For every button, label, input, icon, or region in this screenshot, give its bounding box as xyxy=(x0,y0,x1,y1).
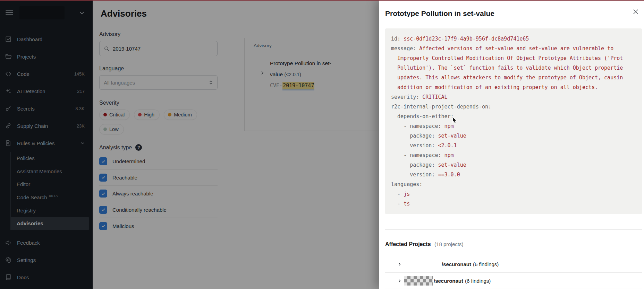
code-line: depends-on-either: xyxy=(391,112,638,121)
app-root: Dashboard Projects Code 145K AI Detectio… xyxy=(0,0,644,289)
code-line: message: Affected versions of set-value … xyxy=(391,44,638,53)
affected-projects-count: (18 projects) xyxy=(434,241,463,247)
code-line: severity: CRITICAL xyxy=(391,92,638,102)
advisory-detail-drawer: Prototype Pollution in set-value id: ssc… xyxy=(379,0,644,289)
row-chevron-right-icon[interactable] xyxy=(397,279,402,283)
mouse-cursor xyxy=(452,117,459,124)
code-line: languages: xyxy=(391,179,638,189)
code-line: - ts xyxy=(391,199,638,209)
project-findings-count: (6 findings) xyxy=(473,261,499,267)
code-line: Improperly Controlled Modification Of Ob… xyxy=(391,53,638,63)
affected-projects-list: /securonaut (6 findings) /securonaut (6 … xyxy=(385,256,642,289)
pixelated-org-name xyxy=(404,276,433,286)
affected-project-row[interactable]: /securonaut (6 findings) xyxy=(385,256,642,272)
project-path: /securonaut xyxy=(442,261,471,267)
code-line: - namespace: npm xyxy=(391,150,638,160)
code-line: updates. This allows attackers to modify… xyxy=(391,73,638,82)
code-line: - js xyxy=(391,189,638,199)
code-line: package: set-value xyxy=(391,160,638,170)
recording-indicator-line xyxy=(0,0,644,1)
code-line: id: ssc-0df1d23c-17f9-4a9b-956f-dc8a9d74… xyxy=(391,34,638,44)
code-line: r2c-internal-project-depends-on: xyxy=(391,102,638,112)
row-chevron-right-icon[interactable] xyxy=(397,262,402,266)
drawer-section-divider xyxy=(385,229,642,230)
modal-backdrop[interactable] xyxy=(0,0,379,289)
affected-projects-title: Affected Projects xyxy=(385,241,431,247)
code-line: version: <2.0.1 xyxy=(391,141,638,150)
code-line: - namespace: npm xyxy=(391,121,638,131)
project-findings-count: (6 findings) xyxy=(465,278,491,284)
code-line: version: ==3.0.0 xyxy=(391,170,638,179)
affected-project-row[interactable]: /securonaut (6 findings) xyxy=(385,272,642,289)
code-line: package: set-value xyxy=(391,131,638,141)
advisory-yaml-code-block: id: ssc-0df1d23c-17f9-4a9b-956f-dc8a9d74… xyxy=(385,28,642,214)
project-path: /securonaut xyxy=(434,278,463,284)
drawer-title: Prototype Pollution in set-value xyxy=(385,9,642,17)
affected-projects-header: Affected Projects (18 projects) xyxy=(385,241,642,248)
close-icon[interactable] xyxy=(632,8,639,15)
code-line: addition or modification of an existing … xyxy=(391,82,638,92)
code-line: Pollution'). The `set` function fails to… xyxy=(391,63,638,73)
